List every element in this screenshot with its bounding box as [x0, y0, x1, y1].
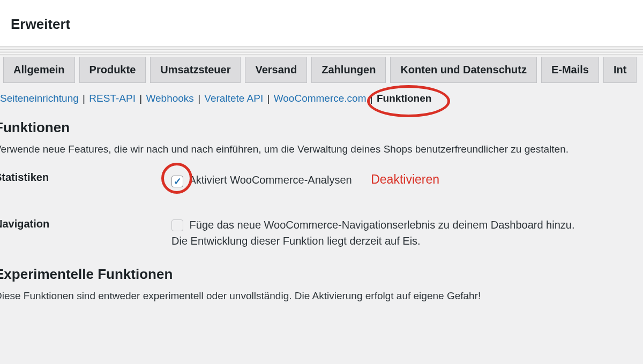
annotation-deaktivieren: Deaktivieren — [371, 172, 439, 186]
subnav-woocommerce-com[interactable]: WooCommerce.com — [274, 93, 367, 104]
subnav-rest-api[interactable]: REST-API — [89, 93, 136, 104]
checkbox-label-analytics: Aktiviert WooCommerce-Analysen — [189, 174, 352, 186]
tab-integration[interactable]: Int — [603, 57, 637, 83]
checkbox-label-navigation: Füge das neue WooCommerce-Navigationserl… — [171, 219, 574, 247]
section-title-experimentelle: Experimentelle Funktionen — [0, 266, 643, 283]
subnav: Seiteneinrichtung | REST-API | Webhooks … — [0, 83, 643, 114]
separator: | — [198, 93, 203, 104]
checkbox-navigation[interactable] — [171, 219, 183, 231]
tab-konten-datenschutz[interactable]: Konten und Datenschutz — [390, 57, 537, 83]
separator: | — [83, 93, 88, 104]
tab-zahlungen[interactable]: Zahlungen — [311, 57, 386, 83]
subnav-funktionen-active[interactable]: Funktionen — [377, 93, 431, 104]
tab-umsatzsteuer[interactable]: Umsatzsteuer — [150, 57, 241, 83]
section-title-funktionen: Funktionen — [0, 119, 643, 136]
separator: | — [139, 93, 145, 104]
tab-emails[interactable]: E-Mails — [541, 57, 599, 83]
subnav-seiteneinrichtung[interactable]: Seiteneinrichtung — [0, 93, 79, 104]
label-statistiken: Statistiken — [0, 170, 171, 184]
decorative-border — [0, 46, 643, 57]
page-title: Erweitert — [11, 16, 643, 33]
subnav-veraltete-api[interactable]: Veraltete API — [204, 93, 263, 104]
settings-tabs: Allgemein Produkte Umsatzsteuer Versand … — [0, 57, 643, 83]
separator: | — [370, 93, 376, 104]
section-description: Verwende neue Features, die wir nach und… — [0, 143, 643, 155]
separator: | — [267, 93, 272, 104]
tab-produkte[interactable]: Produkte — [79, 57, 146, 83]
label-navigation: Navigation — [0, 217, 171, 230]
tab-allgemein[interactable]: Allgemein — [3, 57, 75, 83]
checkbox-analytics[interactable] — [171, 176, 183, 187]
tab-versand[interactable]: Versand — [245, 57, 307, 83]
section-description-experimentelle: Diese Funktionen sind entweder experimen… — [0, 290, 643, 302]
subnav-webhooks[interactable]: Webhooks — [146, 93, 193, 104]
